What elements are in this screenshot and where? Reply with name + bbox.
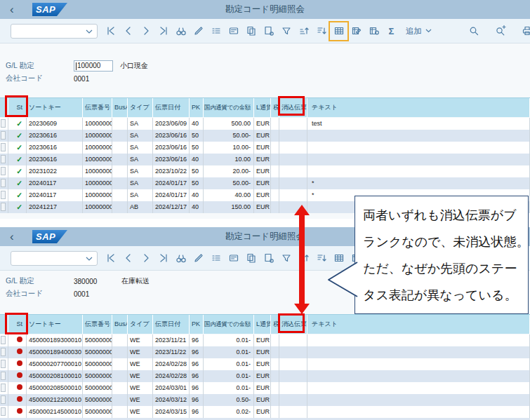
sort-descending-button[interactable] bbox=[312, 22, 330, 40]
row-select-box[interactable] bbox=[1, 179, 6, 187]
table-row[interactable]: ✓20230616100000001SA2023/06/165050.00-EU… bbox=[0, 130, 530, 142]
last-page-button[interactable] bbox=[154, 22, 172, 40]
first-page-button[interactable] bbox=[102, 22, 119, 40]
table-row[interactable]: ✓20230616100000003SA2023/06/164010.00EUR bbox=[0, 154, 530, 165]
spreadsheet-settings-button[interactable] bbox=[365, 22, 383, 40]
multi-select-button[interactable] bbox=[207, 250, 225, 267]
row-select-box[interactable] bbox=[1, 360, 6, 368]
table-row[interactable]: ✓20231022100000004SA2023/10/225020.00-EU… bbox=[0, 165, 530, 177]
row-select-box[interactable] bbox=[1, 348, 6, 356]
table-row[interactable]: 4500001893000105000000022WE2023/11/21960… bbox=[0, 334, 530, 346]
row-select-cell[interactable] bbox=[0, 189, 8, 201]
table-row[interactable]: 4500001894000305000000023WE2023/11/22960… bbox=[0, 346, 530, 358]
cell-doc-no: 5000000026 bbox=[83, 382, 112, 394]
multi-select-button[interactable] bbox=[207, 22, 225, 40]
grid-layout-button[interactable] bbox=[330, 22, 347, 40]
copy-with-reference-button[interactable] bbox=[260, 250, 277, 267]
row-select-box[interactable] bbox=[1, 155, 6, 163]
row-select-cell[interactable] bbox=[0, 406, 8, 418]
previous-button[interactable] bbox=[119, 22, 137, 40]
column-header-doc-type[interactable]: タイプ bbox=[128, 315, 153, 334]
table-row[interactable]: ✓20240117100000005SA2024/01/175050.00-EU… bbox=[0, 177, 530, 189]
command-field-combobox[interactable] bbox=[11, 24, 98, 39]
edit-pencil-button[interactable] bbox=[190, 22, 207, 40]
row-select-box[interactable] bbox=[1, 384, 6, 392]
column-header-doc-type[interactable]: タイプ bbox=[128, 98, 153, 117]
column-header-posting-key[interactable]: PK bbox=[190, 98, 204, 117]
edit-pencil-button[interactable] bbox=[190, 250, 207, 267]
search-icon[interactable] bbox=[465, 22, 482, 40]
row-select-cell[interactable] bbox=[0, 142, 8, 154]
last-page-button[interactable] bbox=[154, 250, 172, 267]
row-select-box[interactable] bbox=[1, 372, 6, 380]
copy-document-button[interactable] bbox=[242, 250, 260, 267]
sort-ascending-button[interactable] bbox=[295, 22, 312, 40]
row-select-box[interactable] bbox=[1, 131, 6, 140]
column-header-text[interactable]: テキスト bbox=[307, 98, 530, 117]
table-row[interactable]: ✓20230616100000002SA2023/06/165010.00-EU… bbox=[0, 142, 530, 154]
column-header-doc-no[interactable]: 伝票番号 bbox=[83, 98, 112, 117]
column-header-amount[interactable]: 国内通貨での金額 bbox=[204, 98, 254, 117]
print-icon[interactable] bbox=[518, 22, 530, 40]
column-header-doc-no[interactable]: 伝票番号 bbox=[83, 315, 112, 334]
row-select-box[interactable] bbox=[1, 336, 6, 344]
row-select-cell[interactable] bbox=[0, 358, 8, 370]
row-select-box[interactable] bbox=[1, 167, 6, 175]
row-select-cell[interactable] bbox=[0, 382, 8, 394]
row-select-cell[interactable] bbox=[0, 346, 8, 358]
column-header-sort-key[interactable]: ソートキー bbox=[27, 315, 83, 334]
row-select-cell[interactable] bbox=[0, 394, 8, 406]
find-binoculars-button[interactable] bbox=[172, 250, 190, 267]
row-select-box[interactable] bbox=[1, 143, 6, 151]
copy-with-reference-button[interactable] bbox=[260, 22, 277, 40]
row-select-box[interactable] bbox=[1, 395, 6, 404]
previous-button[interactable] bbox=[119, 250, 137, 267]
column-header-sort-key[interactable]: ソートキー bbox=[27, 98, 83, 117]
column-header-busa[interactable]: BusA bbox=[112, 315, 128, 334]
next-button[interactable] bbox=[137, 22, 154, 40]
table-row[interactable]: ✓20230609100000000SA2023/06/0940500.00EU… bbox=[0, 118, 530, 130]
add-menu-button[interactable]: 追加 bbox=[406, 26, 432, 36]
search-next-icon[interactable] bbox=[491, 22, 509, 40]
column-header-currency[interactable]: L通貨 bbox=[254, 315, 271, 334]
column-header-busa[interactable]: BusA bbox=[112, 98, 128, 117]
table-row[interactable]: 4500002085000105000000026WE2024/03/01960… bbox=[0, 382, 530, 394]
row-select-cell[interactable] bbox=[0, 334, 8, 346]
find-binoculars-button[interactable] bbox=[172, 22, 190, 40]
first-page-button[interactable] bbox=[102, 250, 119, 267]
table-row[interactable]: 4500002081000105000000025WE2024/02/28960… bbox=[0, 370, 530, 382]
filter-button[interactable] bbox=[277, 250, 295, 267]
gl-account-input[interactable]: 100000 bbox=[74, 60, 113, 72]
row-select-cell[interactable] bbox=[0, 201, 8, 213]
next-button[interactable] bbox=[137, 250, 154, 267]
table-row[interactable]: 4500002145000105000000028WE2024/03/15960… bbox=[0, 406, 530, 418]
column-header-amount[interactable]: 国内通貨での金額 bbox=[204, 315, 254, 334]
row-select-cell[interactable] bbox=[0, 118, 8, 130]
display-details-button[interactable] bbox=[225, 22, 242, 40]
row-select-box[interactable] bbox=[1, 407, 6, 416]
table-row[interactable]: 4500002122000105000000027WE2024/03/12960… bbox=[0, 394, 530, 406]
row-select-cell[interactable] bbox=[0, 177, 8, 189]
command-field-combobox[interactable] bbox=[11, 251, 98, 266]
total-sum-button[interactable]: Σ bbox=[383, 22, 400, 40]
row-select-box[interactable] bbox=[1, 119, 6, 128]
column-header-doc-date[interactable]: 伝票日付 bbox=[153, 315, 190, 334]
column-header-doc-date[interactable]: 伝票日付 bbox=[153, 98, 190, 117]
spreadsheet-button[interactable] bbox=[347, 22, 365, 40]
row-select-cell[interactable] bbox=[0, 154, 8, 165]
column-header-posting-key[interactable]: PK bbox=[190, 315, 204, 334]
table-row[interactable]: 4500002077000105000000024WE2024/02/28960… bbox=[0, 358, 530, 370]
row-select-cell[interactable] bbox=[0, 370, 8, 382]
display-details-button[interactable] bbox=[225, 250, 242, 267]
row-select-cell[interactable] bbox=[0, 165, 8, 177]
cell-text bbox=[307, 154, 530, 165]
row-select-cell[interactable] bbox=[0, 130, 8, 142]
row-select-box[interactable] bbox=[1, 191, 6, 199]
column-header-currency[interactable]: L通貨 bbox=[254, 98, 271, 117]
row-select-box[interactable] bbox=[1, 203, 6, 211]
cell-currency: EUR bbox=[254, 358, 271, 370]
filter-button[interactable] bbox=[277, 22, 295, 40]
column-header-text[interactable]: テキスト bbox=[307, 315, 530, 334]
copy-document-button[interactable] bbox=[242, 22, 260, 40]
cell-sort-key: 20230616 bbox=[27, 130, 83, 142]
